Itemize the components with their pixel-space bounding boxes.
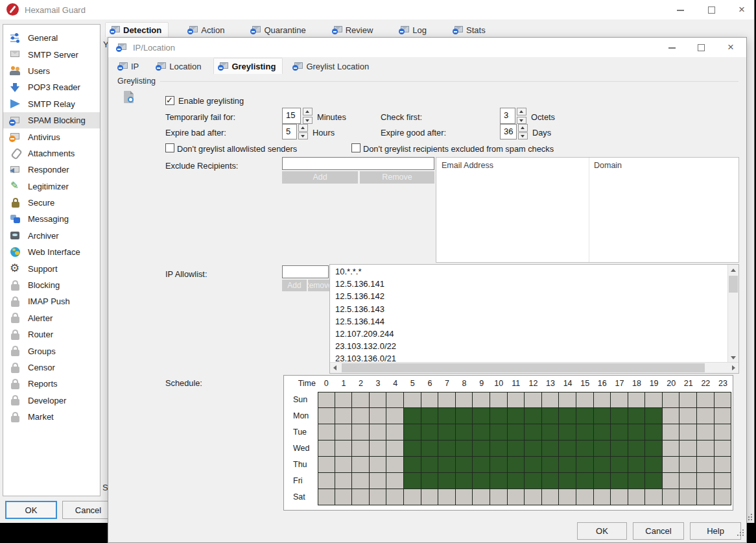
schedule-cell-Thu-15[interactable] [576,457,594,473]
schedule-cell-Wed-4[interactable] [386,440,404,457]
schedule-cell-Wed-23[interactable] [715,440,732,457]
schedule-cell-Wed-15[interactable] [576,440,594,457]
schedule-cell-Fri-14[interactable] [559,473,576,489]
sidebar-item-antivirus[interactable]: Antivirus [3,128,100,145]
schedule-cell-Thu-13[interactable] [542,457,560,473]
tab-review[interactable]: Review [328,23,380,37]
schedule-cell-Thu-16[interactable] [594,457,611,473]
sidebar-item-imap-push[interactable]: IMAP Push [3,293,100,309]
ip-list-item[interactable]: 23.103.136.0/21 [330,352,727,362]
exclude-add-button[interactable]: Add [282,171,358,184]
schedule-cell-Thu-19[interactable] [645,457,663,473]
schedule-cell-Wed-0[interactable] [318,440,335,457]
schedule-cell-Wed-14[interactable] [559,440,576,457]
spin-up-icon[interactable] [517,108,526,115]
schedule-cell-Fri-0[interactable] [318,473,335,489]
scroll-left-icon[interactable] [330,363,340,373]
schedule-cell-Thu-2[interactable] [352,457,370,473]
schedule-cell-Fri-3[interactable] [370,473,387,489]
enable-greylisting-checkbox[interactable] [165,96,174,105]
schedule-cell-Mon-17[interactable] [611,408,628,424]
schedule-cell-Sun-21[interactable] [679,392,697,408]
ip-allowlist-input[interactable] [282,265,329,278]
schedule-cell-Tue-23[interactable] [715,424,732,440]
sidebar-item-general[interactable]: General [3,30,100,46]
schedule-cell-Mon-15[interactable] [576,408,594,424]
schedule-cell-Mon-10[interactable] [490,408,508,424]
schedule-cell-Thu-14[interactable] [559,457,576,473]
schedule-cell-Thu-6[interactable] [421,457,439,473]
schedule-cell-Mon-11[interactable] [508,408,525,424]
schedule-cell-Sun-3[interactable] [370,392,387,408]
schedule-cell-Fri-21[interactable] [679,473,697,489]
schedule-cell-Wed-20[interactable] [663,440,680,457]
schedule-cell-Thu-4[interactable] [386,457,404,473]
schedule-cell-Mon-18[interactable] [628,408,646,424]
schedule-cell-Sun-5[interactable] [404,392,421,408]
schedule-cell-Wed-10[interactable] [490,440,508,457]
main-cancel-button[interactable]: Cancel [62,501,114,519]
schedule-cell-Sat-14[interactable] [559,489,576,505]
schedule-cell-Mon-8[interactable] [456,408,473,424]
schedule-cell-Thu-21[interactable] [679,457,697,473]
schedule-cell-Thu-23[interactable] [715,457,732,473]
schedule-cell-Wed-5[interactable] [404,440,421,457]
schedule-cell-Sun-22[interactable] [697,392,715,408]
ip-list-item[interactable]: 10.*.*.* [330,265,727,278]
schedule-cell-Mon-21[interactable] [679,408,697,424]
schedule-cell-Thu-3[interactable] [370,457,387,473]
schedule-cell-Sat-8[interactable] [456,489,473,505]
expire-bad-stepper[interactable] [298,124,308,139]
close-icon[interactable]: × [737,5,747,15]
dialog-minimize-icon[interactable] [667,42,678,53]
spin-down-icon[interactable] [303,117,313,125]
schedule-cell-Thu-18[interactable] [628,457,646,473]
scroll-up-icon[interactable] [728,265,738,275]
schedule-cell-Fri-18[interactable] [628,473,646,489]
schedule-cell-Mon-20[interactable] [663,408,680,424]
schedule-cell-Wed-8[interactable] [456,440,473,457]
schedule-cell-Wed-9[interactable] [473,440,490,457]
schedule-cell-Sun-1[interactable] [335,392,353,408]
sidebar-item-responder[interactable]: Responder [3,162,100,178]
sidebar-item-attachments[interactable]: Attachments [3,145,100,162]
schedule-cell-Tue-15[interactable] [576,424,594,440]
schedule-cell-Sat-22[interactable] [697,489,715,505]
schedule-cell-Tue-2[interactable] [352,424,370,440]
schedule-cell-Sat-13[interactable] [542,489,560,505]
schedule-cell-Tue-13[interactable] [542,424,560,440]
schedule-cell-Sat-1[interactable] [335,489,353,505]
exclude-recipients-table[interactable]: Email Address Domain [436,157,739,263]
tab-log[interactable]: Log [395,23,433,37]
schedule-cell-Fri-20[interactable] [663,473,680,489]
spin-down-icon[interactable] [518,132,528,140]
schedule-cell-Sat-7[interactable] [438,489,456,505]
schedule-cell-Thu-10[interactable] [490,457,508,473]
schedule-cell-Mon-3[interactable] [370,408,387,424]
schedule-cell-Fri-11[interactable] [508,473,525,489]
temp-fail-input[interactable]: 15 [282,108,301,124]
expire-good-input[interactable]: 36 [500,124,517,139]
schedule-cell-Sun-8[interactable] [456,392,473,408]
schedule-cell-Sat-18[interactable] [628,489,646,505]
sidebar-item-legitimizer[interactable]: Legitimizer [3,178,100,195]
schedule-cell-Tue-17[interactable] [611,424,628,440]
schedule-cell-Fri-9[interactable] [473,473,490,489]
schedule-cell-Tue-11[interactable] [508,424,525,440]
schedule-cell-Tue-22[interactable] [697,424,715,440]
dialog-ok-button[interactable]: OK [577,522,627,540]
sidebar-item-support[interactable]: Support [3,260,100,276]
sidebar-item-reports[interactable]: Reports [3,376,100,392]
schedule-cell-Wed-2[interactable] [352,440,370,457]
schedule-cell-Thu-11[interactable] [508,457,525,473]
ip-list-item[interactable]: 23.103.132.0/22 [330,340,727,352]
schedule-cell-Tue-20[interactable] [663,424,680,440]
sidebar-item-smtp-server[interactable]: SMTP Server [3,46,100,62]
ip-list-item[interactable]: 12.107.209.244 [330,328,727,340]
schedule-cell-Sun-4[interactable] [386,392,404,408]
schedule-cell-Thu-1[interactable] [335,457,353,473]
schedule-cell-Sun-18[interactable] [628,392,646,408]
schedule-cell-Thu-20[interactable] [663,457,680,473]
schedule-cell-Mon-13[interactable] [542,408,560,424]
schedule-cell-Sun-11[interactable] [508,392,525,408]
